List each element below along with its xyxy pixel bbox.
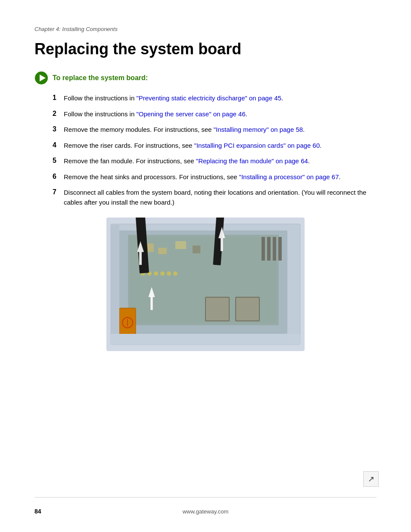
step-3-number: 3 bbox=[53, 125, 64, 133]
svg-rect-15 bbox=[175, 241, 186, 249]
step-7-text: Disconnect all cables from the system bo… bbox=[64, 188, 377, 207]
page-title: Replacing the system board bbox=[34, 40, 377, 58]
step-4-text: Remove the riser cards. For instructions… bbox=[64, 141, 377, 151]
step-5-text: Remove the fan module. For instructions,… bbox=[64, 156, 377, 166]
svg-point-21 bbox=[167, 271, 171, 276]
footer-rule bbox=[34, 497, 377, 498]
step-7-number: 7 bbox=[53, 188, 64, 196]
step-3: 3 Remove the memory modules. For instruc… bbox=[53, 125, 377, 135]
board-svg bbox=[106, 218, 305, 351]
step-1: 1 Follow the instructions in "Preventing… bbox=[53, 93, 377, 103]
nav-corner-button[interactable]: ↗ bbox=[363, 471, 379, 487]
page-container: Chapter 4: Installing Components Replaci… bbox=[0, 0, 411, 532]
svg-rect-7 bbox=[262, 237, 265, 261]
svg-rect-11 bbox=[206, 297, 229, 321]
chapter-header: Chapter 4: Installing Components bbox=[34, 26, 377, 32]
steps-list: 1 Follow the instructions in "Preventing… bbox=[53, 93, 377, 207]
page-number: 84 bbox=[34, 508, 41, 515]
step-5-number: 5 bbox=[53, 156, 64, 165]
svg-rect-12 bbox=[236, 297, 259, 321]
step-6-number: 6 bbox=[53, 172, 64, 180]
svg-rect-31 bbox=[111, 224, 119, 345]
system-board-image-container bbox=[106, 218, 305, 351]
section-header: To replace the system board: bbox=[34, 71, 377, 85]
svg-rect-10 bbox=[278, 237, 282, 261]
step-6: 6 Remove the heat sinks and processors. … bbox=[53, 172, 377, 182]
step-3-link[interactable]: "Installing memory" on page 58 bbox=[214, 126, 303, 133]
step-2-number: 2 bbox=[53, 109, 64, 118]
step-1-text: Follow the instructions in "Preventing s… bbox=[64, 93, 377, 103]
svg-rect-8 bbox=[267, 237, 271, 261]
step-5-link[interactable]: "Replacing the fan module" on page 64 bbox=[196, 157, 308, 165]
system-board-image bbox=[106, 218, 305, 351]
step-2-link[interactable]: "Opening the server case" on page 46 bbox=[136, 110, 245, 118]
page-footer: 84 www.gateway.com bbox=[0, 508, 411, 515]
svg-point-19 bbox=[154, 271, 158, 276]
svg-rect-9 bbox=[273, 237, 276, 261]
step-5: 5 Remove the fan module. For instruction… bbox=[53, 156, 377, 166]
nav-corner-arrow-icon: ↗ bbox=[368, 474, 374, 484]
section-title: To replace the system board: bbox=[53, 74, 148, 82]
step-1-number: 1 bbox=[53, 93, 64, 102]
step-1-link[interactable]: "Preventing static electricity discharge… bbox=[136, 94, 281, 102]
step-4-number: 4 bbox=[53, 141, 64, 149]
step-7: 7 Disconnect all cables from the system … bbox=[53, 188, 377, 207]
step-2-text: Follow the instructions in "Opening the … bbox=[64, 109, 377, 119]
step-6-link[interactable]: "Installing a processor" on page 67 bbox=[239, 173, 339, 180]
svg-rect-32 bbox=[111, 334, 300, 345]
step-2: 2 Follow the instructions in "Opening th… bbox=[53, 109, 377, 119]
step-4: 4 Remove the riser cards. For instructio… bbox=[53, 141, 377, 151]
svg-point-22 bbox=[173, 271, 177, 276]
svg-rect-14 bbox=[158, 248, 167, 254]
step-4-link[interactable]: "Installing PCI expansion cards" on page… bbox=[194, 142, 320, 149]
svg-rect-16 bbox=[193, 246, 200, 253]
step-3-text: Remove the memory modules. For instructi… bbox=[64, 125, 377, 135]
step-6-text: Remove the heat sinks and processors. Fo… bbox=[64, 172, 377, 182]
svg-point-20 bbox=[160, 271, 165, 276]
green-arrow-icon bbox=[34, 71, 48, 85]
footer-url: www.gateway.com bbox=[183, 508, 229, 515]
